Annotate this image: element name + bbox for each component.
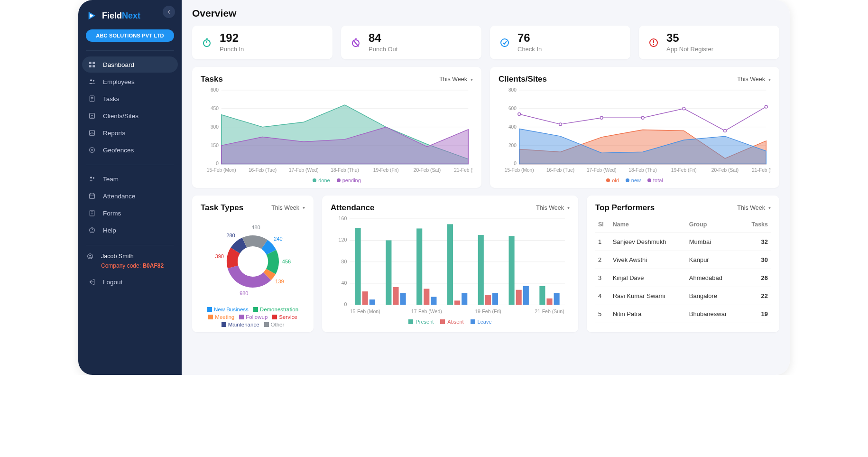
svg-rect-102	[462, 293, 467, 305]
clients-panel: Clients/Sites This Week 020040060080015-…	[490, 67, 779, 188]
svg-point-13	[91, 149, 92, 150]
logout-button[interactable]: Logout	[82, 274, 178, 290]
stat-icon	[350, 37, 362, 49]
sidebar-item-team[interactable]: Team	[82, 171, 178, 187]
attendance-panel: Attendance This Week 0408012016015-Feb (…	[322, 196, 578, 332]
svg-text:20-Feb (Sat): 20-Feb (Sat)	[414, 168, 441, 173]
svg-text:160: 160	[339, 216, 347, 221]
chevron-left-icon	[166, 9, 172, 15]
stat-value: 192	[220, 32, 244, 44]
svg-text:80: 80	[341, 259, 347, 264]
attendance-legend: PresentAbsentLeave	[331, 319, 570, 325]
sidebar-item-forms[interactable]: Forms	[82, 205, 178, 221]
attendance-time-select[interactable]: This Week	[536, 205, 570, 211]
brand-icon	[87, 10, 97, 21]
sidebar: FieldNext ABC SOLUTIONS PVT LTD Dashboar…	[78, 0, 182, 375]
dashboard-icon	[88, 60, 96, 69]
brand-name: FieldNext	[102, 11, 140, 21]
user-avatar-icon	[86, 252, 94, 261]
attendance-title: Attendance	[331, 203, 375, 213]
svg-text:139: 139	[275, 279, 284, 284]
sidebar-item-attendance[interactable]: Attendance	[82, 188, 178, 204]
sidebar-item-clientssites[interactable]: Clients/Sites	[82, 108, 178, 124]
svg-rect-111	[539, 286, 545, 305]
stat-icon	[201, 37, 213, 49]
svg-text:21-Feb (Sun): 21-Feb (Sun)	[535, 308, 564, 314]
svg-rect-107	[509, 236, 515, 305]
sidebar-item-employees[interactable]: Employees	[82, 74, 178, 90]
svg-text:150: 150	[211, 143, 219, 148]
svg-rect-93	[386, 240, 391, 305]
nav-label: Attendance	[103, 193, 135, 200]
svg-text:300: 300	[211, 124, 219, 130]
svg-rect-98	[424, 289, 429, 305]
svg-text:21-Feb (Sun): 21-Feb (Sun)	[454, 168, 473, 173]
svg-text:20-Feb (Sat): 20-Feb (Sat)	[711, 168, 739, 173]
svg-rect-108	[516, 290, 522, 305]
col-tasks: Tasks	[742, 216, 771, 233]
col-group: Group	[686, 216, 742, 233]
sidebar-item-help[interactable]: Help	[82, 222, 178, 238]
top-performers-table: Sl Name Group Tasks 1Sanjeev DeshmukhMum…	[595, 216, 771, 323]
svg-text:450: 450	[211, 106, 219, 111]
task-types-time-select[interactable]: This Week	[271, 205, 305, 211]
sidebar-item-dashboard[interactable]: Dashboard	[82, 56, 178, 73]
stat-icon	[647, 37, 660, 49]
table-row: 3Kinjal DaveAhmedabad26	[595, 269, 771, 287]
svg-text:800: 800	[508, 88, 517, 93]
svg-point-67	[600, 116, 603, 119]
tasks-chart: 015030045060015-Feb (Mon)16-Feb (Tue)17-…	[201, 88, 473, 176]
svg-text:980: 980	[240, 290, 248, 296]
stat-card: 84Punch Out	[341, 26, 481, 59]
svg-rect-91	[362, 291, 368, 305]
clients-time-select[interactable]: This Week	[737, 76, 771, 83]
sidebar-item-tasks[interactable]: Tasks	[82, 91, 178, 107]
svg-rect-112	[546, 298, 552, 305]
svg-point-70	[724, 130, 727, 132]
logout-icon	[88, 278, 96, 286]
company-badge: ABC SOLUTIONS PVT LTD	[86, 29, 174, 42]
divider	[86, 50, 174, 51]
attendance-icon	[88, 192, 96, 200]
table-row: 4Ravi Kumar SwamiBangalore22	[595, 287, 771, 305]
geo-icon	[88, 146, 96, 154]
clients-title: Clients/Sites	[499, 75, 547, 84]
nav-secondary: TeamAttendanceFormsHelp	[78, 169, 182, 241]
svg-rect-104	[478, 235, 484, 305]
svg-text:390: 390	[215, 253, 224, 259]
nav-main: DashboardEmployeesTasksClients/SitesRepo…	[78, 55, 182, 161]
task-icon	[88, 94, 96, 103]
svg-text:17-Feb (Wed): 17-Feb (Wed)	[411, 308, 442, 314]
svg-point-14	[90, 177, 92, 178]
site-icon	[88, 112, 96, 120]
sidebar-item-reports[interactable]: Reports	[82, 125, 178, 141]
svg-rect-3	[92, 62, 95, 64]
people-icon	[88, 77, 96, 86]
stat-value: 84	[369, 32, 397, 44]
stat-card: 35App Not Register	[639, 26, 779, 59]
sidebar-item-geofences[interactable]: Geofences	[82, 142, 178, 158]
clients-chart: 020040060080015-Feb (Mon)16-Feb (Tue)17-…	[499, 88, 771, 176]
svg-text:21-Feb (Sun): 21-Feb (Sun)	[752, 168, 771, 173]
nav-label: Dashboard	[103, 61, 134, 68]
nav-label: Team	[103, 176, 119, 183]
task-types-chart: 240456139980390280480 New BusinessDemone…	[201, 216, 305, 327]
svg-text:0: 0	[344, 301, 347, 307]
svg-text:19-Feb (Fri): 19-Feb (Fri)	[373, 168, 399, 173]
svg-point-24	[501, 39, 508, 47]
user-name: Jacob Smith	[101, 253, 134, 260]
svg-rect-92	[369, 299, 375, 305]
nav-label: Reports	[103, 130, 125, 137]
top-title: Top Performers	[595, 203, 655, 213]
svg-point-6	[90, 79, 92, 81]
svg-rect-2	[89, 62, 92, 64]
svg-point-10	[92, 115, 93, 116]
sidebar-collapse-button[interactable]	[163, 6, 175, 18]
svg-point-66	[559, 123, 562, 126]
svg-rect-97	[416, 228, 422, 305]
stat-label: App Not Register	[666, 46, 713, 53]
tasks-time-select[interactable]: This Week	[439, 76, 473, 83]
svg-text:19-Feb (Fri): 19-Feb (Fri)	[475, 308, 501, 314]
stat-icon	[499, 37, 511, 49]
top-time-select[interactable]: This Week	[737, 205, 771, 211]
